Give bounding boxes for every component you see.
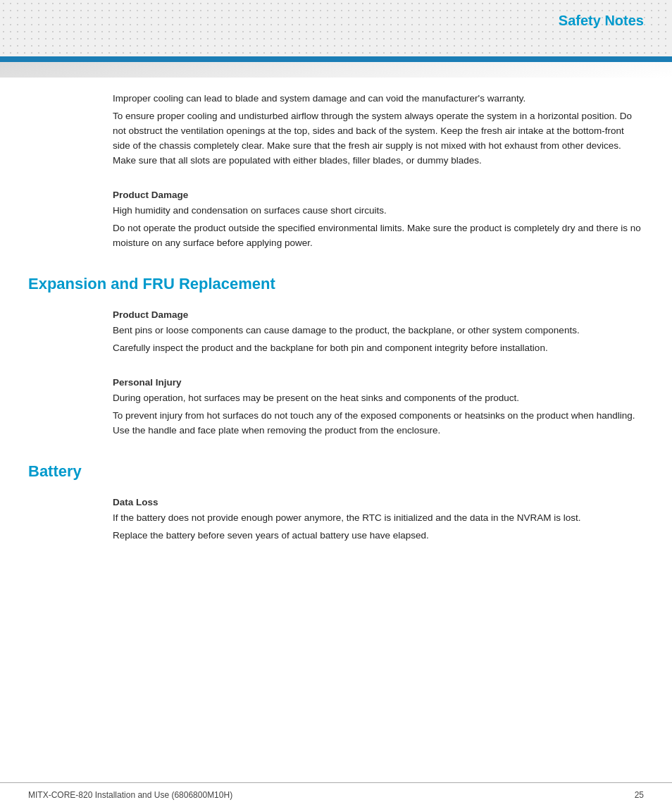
note-text-data-loss: If the battery does not provide enough p… xyxy=(113,511,644,543)
note-block-data-loss: Data Loss If the battery does not provid… xyxy=(113,495,644,543)
note-text-personal-injury: During operation, hot surfaces may be pr… xyxy=(113,391,644,438)
note-block-personal-injury: Personal Injury During operation, hot su… xyxy=(113,376,644,438)
footer-page-number: 25 xyxy=(635,789,644,801)
note-text-cooling-warranty: Improper cooling can lead to blade and s… xyxy=(113,92,644,168)
note-text-humidity: High humidity and condensation on surfac… xyxy=(113,204,644,251)
note-block-cooling-warranty: Improper cooling can lead to blade and s… xyxy=(113,92,644,168)
blue-stripe-decoration xyxy=(0,56,672,62)
section-battery: Battery Data Loss If the battery does no… xyxy=(28,460,644,543)
footer: MITX-CORE-820 Installation and Use (6806… xyxy=(0,782,672,807)
expansion-heading: Expansion and FRU Replacement xyxy=(28,272,644,295)
footer-left: MITX-CORE-820 Installation and Use (6806… xyxy=(28,789,232,801)
section-expansion: Expansion and FRU Replacement Product Da… xyxy=(28,272,644,438)
note-text-pins: Bent pins or loose components can cause … xyxy=(113,324,644,356)
header: Safety Notes xyxy=(0,0,672,56)
note-block-product-damage-humidity: Product Damage High humidity and condens… xyxy=(113,188,644,251)
section-cooling: Improper cooling can lead to blade and s… xyxy=(28,92,644,251)
page-title: Safety Notes xyxy=(559,10,644,31)
gray-stripe-decoration xyxy=(0,62,672,78)
battery-heading: Battery xyxy=(28,460,644,483)
note-block-product-damage-pins: Product Damage Bent pins or loose compon… xyxy=(113,308,644,356)
main-content: Improper cooling can lead to blade and s… xyxy=(0,78,672,591)
